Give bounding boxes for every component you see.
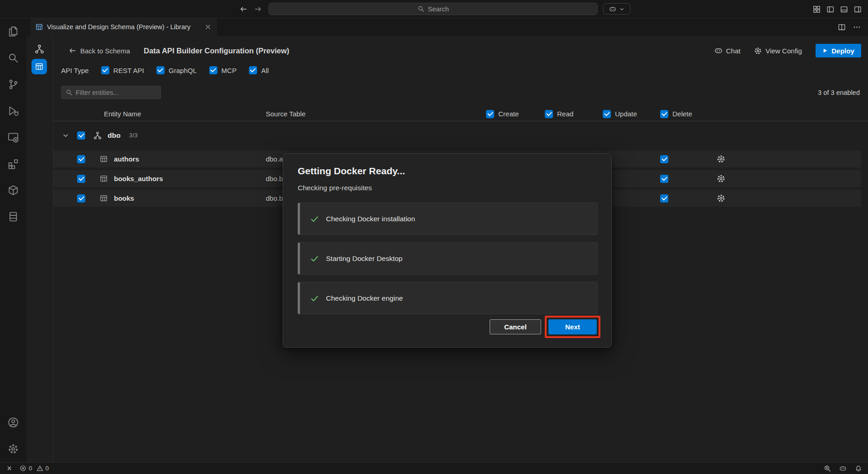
deploy-label: Deploy bbox=[832, 47, 854, 55]
deploy-button[interactable]: Deploy bbox=[816, 44, 861, 57]
docker-step: Checking Docker installation bbox=[298, 203, 598, 235]
split-editor-icon[interactable] bbox=[838, 23, 846, 31]
search-view-icon[interactable] bbox=[0, 45, 26, 71]
extensions-icon[interactable] bbox=[0, 151, 26, 177]
api-type-label: API Type bbox=[61, 67, 89, 74]
view-config-button[interactable]: View Config bbox=[754, 47, 802, 55]
row-checkbox[interactable] bbox=[77, 155, 85, 163]
delete-all-checkbox[interactable] bbox=[660, 110, 668, 118]
chat-button[interactable]: Chat bbox=[714, 47, 741, 55]
back-to-schema-link[interactable]: Back to Schema bbox=[69, 47, 130, 55]
customize-layout-icon[interactable] bbox=[813, 5, 821, 13]
group-count: 3/3 bbox=[129, 127, 138, 144]
designer-side-rail bbox=[26, 36, 53, 462]
warning-icon bbox=[36, 465, 43, 472]
layout-controls bbox=[813, 0, 862, 18]
notifications-bell-icon[interactable] bbox=[855, 465, 862, 472]
all-checkbox[interactable] bbox=[249, 66, 257, 74]
remote-indicator[interactable] bbox=[6, 465, 13, 472]
copilot-status-icon[interactable] bbox=[839, 465, 847, 472]
graphql-option[interactable]: GraphQL bbox=[156, 66, 197, 74]
next-button[interactable]: Next bbox=[548, 319, 597, 334]
chevron-down-icon bbox=[619, 6, 625, 12]
toggle-panel-icon[interactable] bbox=[840, 5, 848, 13]
containers-icon[interactable] bbox=[0, 177, 26, 203]
accounts-icon[interactable] bbox=[0, 409, 26, 436]
schema-designer-icon bbox=[36, 23, 43, 31]
mcp-option[interactable]: MCP bbox=[209, 66, 237, 74]
step-label: Checking Docker engine bbox=[326, 294, 403, 302]
schema-group-row[interactable]: dbo 3/3 bbox=[53, 127, 868, 144]
table-icon bbox=[100, 155, 108, 163]
toggle-secondary-sidebar-icon[interactable] bbox=[854, 5, 862, 13]
play-icon bbox=[822, 48, 828, 53]
rest-api-checkbox[interactable] bbox=[101, 66, 109, 74]
read-all-checkbox[interactable] bbox=[545, 110, 553, 118]
remote-explorer-icon[interactable] bbox=[0, 124, 26, 151]
update-all-checkbox[interactable] bbox=[603, 110, 611, 118]
toggle-sidebar-icon[interactable] bbox=[827, 5, 834, 13]
activity-bar bbox=[0, 18, 26, 462]
copilot-chat-dropdown[interactable] bbox=[603, 3, 630, 15]
check-icon bbox=[310, 294, 319, 302]
col-delete: Delete bbox=[672, 107, 692, 121]
arrow-left-icon bbox=[69, 47, 76, 54]
row-settings-gear-icon[interactable] bbox=[717, 174, 725, 183]
group-checkbox[interactable] bbox=[77, 131, 85, 140]
entity-table-header: Entity Name Source Table Create Read Upd… bbox=[53, 107, 868, 121]
remote-indicator-icon bbox=[6, 465, 13, 472]
explorer-icon[interactable] bbox=[0, 18, 26, 45]
cancel-button[interactable]: Cancel bbox=[490, 319, 541, 334]
chat-label: Chat bbox=[726, 47, 741, 55]
delete-checkbox[interactable] bbox=[660, 175, 668, 183]
docker-step: Starting Docker Desktop bbox=[298, 242, 598, 275]
chevron-down-icon[interactable] bbox=[62, 132, 69, 139]
run-debug-icon[interactable] bbox=[0, 98, 26, 124]
graphql-checkbox[interactable] bbox=[156, 66, 165, 74]
close-icon[interactable] bbox=[203, 22, 212, 31]
status-bar: 0 0 bbox=[0, 462, 868, 474]
enabled-summary: 3 of 3 enabled bbox=[818, 89, 860, 96]
search-icon bbox=[418, 5, 424, 12]
search-icon bbox=[66, 89, 72, 96]
create-all-checkbox[interactable] bbox=[486, 110, 494, 118]
delete-checkbox[interactable] bbox=[660, 194, 668, 203]
back-label: Back to Schema bbox=[80, 47, 130, 55]
row-settings-gear-icon[interactable] bbox=[717, 194, 725, 203]
view-config-label: View Config bbox=[765, 47, 802, 55]
vscode-window: Search Visualize and Design Schema (Prev… bbox=[0, 0, 868, 474]
nav-forward-icon[interactable] bbox=[254, 5, 262, 13]
problems-errors[interactable]: 0 bbox=[20, 465, 32, 472]
command-center-search[interactable]: Search bbox=[269, 3, 598, 15]
table-icon bbox=[100, 194, 108, 202]
entity-name: authors bbox=[114, 151, 139, 167]
row-checkbox[interactable] bbox=[77, 194, 85, 203]
filter-row: 3 of 3 enabled bbox=[61, 86, 860, 99]
docker-step: Checking Docker engine bbox=[298, 282, 598, 314]
tab-title: Visualize and Design Schema (Preview) - … bbox=[47, 23, 191, 31]
tab-visualize-schema[interactable]: Visualize and Design Schema (Preview) - … bbox=[31, 18, 217, 36]
nav-back-icon[interactable] bbox=[240, 5, 247, 13]
settings-gear-icon[interactable] bbox=[0, 436, 26, 462]
entity-name: books_authors bbox=[114, 170, 163, 187]
zoom-icon[interactable] bbox=[824, 465, 831, 472]
source-control-icon[interactable] bbox=[0, 71, 26, 98]
problems-warnings[interactable]: 0 bbox=[36, 465, 49, 472]
row-settings-gear-icon[interactable] bbox=[717, 155, 725, 163]
more-actions-icon[interactable] bbox=[853, 23, 861, 31]
entity-name: books bbox=[114, 190, 134, 207]
copilot-icon bbox=[714, 47, 723, 55]
row-checkbox[interactable] bbox=[77, 175, 85, 183]
mcp-checkbox[interactable] bbox=[209, 66, 217, 74]
dab-config-view-icon[interactable] bbox=[31, 59, 47, 74]
delete-checkbox[interactable] bbox=[660, 155, 668, 163]
gear-icon bbox=[754, 47, 762, 55]
filter-entities-field[interactable] bbox=[61, 86, 161, 99]
copilot-icon bbox=[609, 5, 616, 13]
all-option[interactable]: All bbox=[249, 66, 269, 74]
database-projects-icon[interactable] bbox=[0, 203, 26, 230]
schema-view-icon[interactable] bbox=[35, 44, 44, 54]
rest-api-option[interactable]: REST API bbox=[101, 66, 144, 74]
rest-api-label: REST API bbox=[114, 67, 144, 74]
filter-entities-input[interactable] bbox=[76, 89, 161, 96]
